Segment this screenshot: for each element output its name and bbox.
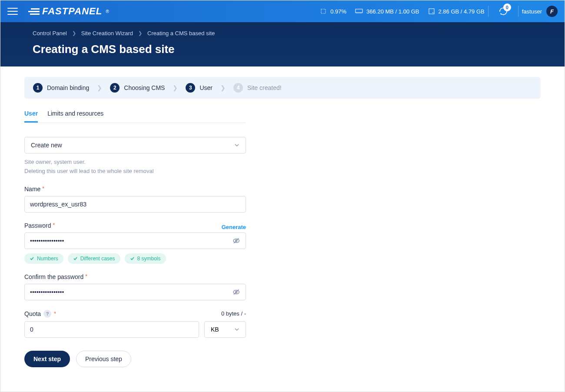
name-input-wrap <box>24 196 246 213</box>
page-title: Creating a CMS based site <box>33 43 532 56</box>
svg-point-8 <box>432 12 433 13</box>
wizard-steps: 1 Domain binding ❯ 2 Choosing CMS ❯ 3 Us… <box>24 77 541 99</box>
quota-input-wrap <box>24 321 199 338</box>
chip-symbols: 8 symbols <box>125 253 166 264</box>
disk-icon <box>428 8 435 15</box>
stat-ram[interactable]: 366.20 MB / 1.00 GB <box>355 8 419 15</box>
logo-text: FASTPANEL <box>42 6 102 17</box>
step-domain-binding[interactable]: 1 Domain binding <box>33 83 89 93</box>
user-menu[interactable]: fastuser F <box>522 6 558 17</box>
check-icon <box>73 256 78 261</box>
tab-limits[interactable]: Limits and resources <box>47 110 103 123</box>
password-input[interactable] <box>30 233 232 249</box>
eye-off-icon[interactable] <box>232 288 240 296</box>
breadcrumb-item[interactable]: Control Panel <box>33 30 67 37</box>
notif-badge: 0 <box>503 3 511 11</box>
cpu-icon <box>320 8 327 15</box>
top-header: FASTPANEL® 0.97% 366.20 MB / 1.00 GB 2.8… <box>0 0 565 22</box>
chevron-right-icon: ❯ <box>220 84 226 91</box>
chevron-down-icon <box>234 143 239 148</box>
breadcrumb-item[interactable]: Site Creation Wizard <box>81 30 133 37</box>
form-area: User Limits and resources Create new Sit… <box>24 110 246 367</box>
subheader: Control Panel ❯ Site Creation Wizard ❯ C… <box>0 22 565 66</box>
confirm-label: Confirm the password* <box>24 273 246 280</box>
svg-rect-1 <box>356 9 362 13</box>
confirm-input-wrap <box>24 284 246 300</box>
field-name: Name* <box>24 186 246 213</box>
field-owner: Create new Site owner, system user. Dele… <box>24 137 246 176</box>
owner-help: Site owner, system user. Deleting this u… <box>24 158 246 176</box>
step-user[interactable]: 3 User <box>186 83 213 93</box>
ram-value: 366.20 MB / 1.00 GB <box>366 8 419 15</box>
confirm-input[interactable] <box>30 284 232 300</box>
step-choosing-cms[interactable]: 2 Choosing CMS <box>110 83 165 93</box>
field-quota: Quota ? * 0 bytes / - KB <box>24 310 246 338</box>
notifications-button[interactable]: 0 <box>498 6 508 17</box>
quota-info: 0 bytes / - <box>221 310 246 317</box>
logo[interactable]: FASTPANEL® <box>28 6 110 17</box>
password-label: Password* <box>24 222 55 229</box>
chevron-down-icon <box>234 327 239 332</box>
breadcrumb-item[interactable]: Creating a CMS based site <box>147 30 215 37</box>
tabs: User Limits and resources <box>24 110 246 123</box>
svg-rect-7 <box>429 9 434 14</box>
stat-disk[interactable]: 2.86 GB / 4.79 GB <box>428 8 485 15</box>
check-icon <box>30 256 34 261</box>
previous-step-button[interactable]: Previous step <box>76 351 131 367</box>
avatar: F <box>546 6 558 17</box>
chip-numbers: Numbers <box>24 253 63 264</box>
owner-select[interactable]: Create new <box>24 137 246 153</box>
step-site-created: 4 Site created! <box>233 83 282 93</box>
actions: Next step Previous step <box>24 351 246 367</box>
field-password: Password* Generate Numbers Different cas… <box>24 222 246 264</box>
password-input-wrap <box>24 233 246 249</box>
username: fastuser <box>522 8 542 15</box>
password-chips: Numbers Different cases 8 symbols <box>24 253 246 264</box>
content: 1 Domain binding ❯ 2 Choosing CMS ❯ 3 Us… <box>0 66 565 378</box>
quota-input[interactable] <box>30 322 193 337</box>
field-confirm: Confirm the password* <box>24 273 246 300</box>
name-input[interactable] <box>30 196 240 212</box>
breadcrumb: Control Panel ❯ Site Creation Wizard ❯ C… <box>33 30 532 37</box>
eye-off-icon[interactable] <box>232 236 240 245</box>
chevron-right-icon: ❯ <box>138 30 142 36</box>
tab-user[interactable]: User <box>24 110 38 123</box>
header-stats: 0.97% 366.20 MB / 1.00 GB 2.86 GB / 4.79… <box>320 8 485 15</box>
svg-rect-0 <box>321 9 326 13</box>
logo-reg: ® <box>106 9 109 14</box>
chevron-right-icon: ❯ <box>97 84 102 91</box>
ram-icon <box>355 8 363 14</box>
check-icon <box>130 256 135 261</box>
help-icon[interactable]: ? <box>43 310 51 318</box>
stat-cpu[interactable]: 0.97% <box>320 8 346 15</box>
chevron-right-icon: ❯ <box>173 84 178 91</box>
cpu-value: 0.97% <box>330 8 346 15</box>
name-label: Name* <box>24 186 246 193</box>
generate-link[interactable]: Generate <box>222 224 246 230</box>
quota-unit-select[interactable]: KB <box>204 321 246 338</box>
menu-icon[interactable] <box>7 6 18 17</box>
chip-cases: Different cases <box>68 253 120 264</box>
chevron-right-icon: ❯ <box>72 30 76 36</box>
quota-label: Quota <box>24 310 41 317</box>
logo-stripes-icon <box>28 8 40 15</box>
next-step-button[interactable]: Next step <box>24 351 70 367</box>
quota-unit-value: KB <box>211 326 219 333</box>
owner-select-value: Create new <box>31 142 62 149</box>
disk-value: 2.86 GB / 4.79 GB <box>439 8 485 15</box>
